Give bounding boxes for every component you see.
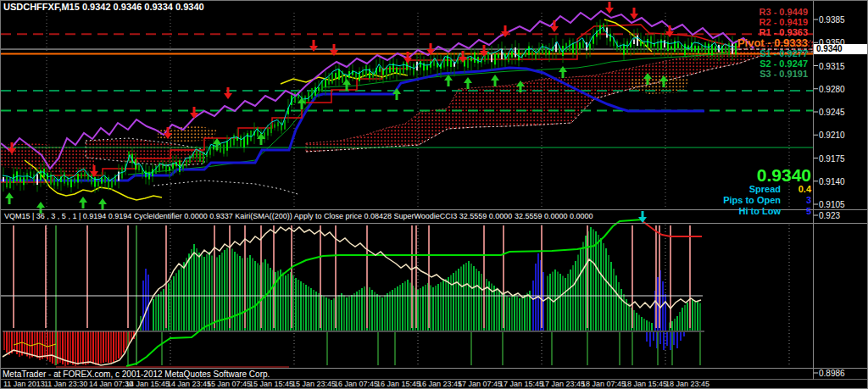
spread-value: 0.4 [781,184,811,195]
current-price-box: 0.9340 [814,44,868,54]
time-axis-label: 16 Jan 07:45 [334,380,378,388]
time-axis-label: 15 Jan 15:45 [249,380,293,388]
hi-to-low-row: Hi to Low 5 [723,206,811,217]
indicator-tick-label: 0.8986 [819,369,845,378]
time-axis-label: 17 Jan 23:45 [541,380,585,388]
pips-to-open-label: Pips to Open [723,195,781,206]
time-axis-label: 14 Jan 23:45 [167,380,211,388]
current-price: 0.9340 [723,166,811,184]
pivot-level-label: S2 - 0.9247 [737,58,808,69]
mt4-chart-window: USDCHFFXF,M15 0.9342 0.9346 0.9334 0.934… [0,0,868,389]
price-tick-label: 0.9105 [819,200,845,209]
pips-to-open-value: 3 [781,195,811,206]
indicator-tick-label: 0.923 [819,211,840,220]
price-tick-label: 0.9210 [819,131,845,140]
chart-title: USDCHFFXF,M15 0.9342 0.9346 0.9334 0.934… [3,2,204,12]
pivot-level-label: R2 - 0.9419 [737,17,808,27]
time-axis-label: 18 Jan 07:45 [581,380,626,388]
hi-to-low-label: Hi to Low [739,206,782,217]
time-axis-label: 11 Jan 23:30 [44,380,87,388]
time-axis-label: 11 Jan 2013 [3,380,45,388]
time-axis-label: 15 Jan 23:45 [292,380,336,388]
price-tick-label: 0.9280 [819,85,845,94]
status-bar: MetaTrader - at FOREX.com, c 2001-2012 M… [3,370,270,379]
time-axis-label: 14 Jan 15:45 [125,380,170,388]
spread-label: Spread [749,184,781,195]
price-tick-label: 0.9175 [819,154,845,164]
pivot-level-label: S1 - 0.9277 [737,48,808,58]
time-axis-label: 17 Jan 15:45 [499,380,543,388]
pivot-level-label: Pivot - 0.9333 [737,37,808,48]
time-axis-label: 16 Jan 15:45 [376,380,420,388]
time-axis-label: 17 Jan 07:45 [458,380,502,388]
indicator-header[interactable]: VQM15 | 36 , 3 , 5 , 1 | 0.9194 0.9194 C… [1,212,814,223]
pips-to-open-row: Pips to Open 3 [723,195,811,206]
time-axis-label: 18 Jan 15:45 [623,380,667,388]
pivot-level-label: S3 - 0.9191 [737,69,808,79]
price-tick-label: 0.9140 [819,177,845,186]
price-tick-label: 0.9245 [819,108,845,117]
quote-info-block: 0.9340 Spread 0.4 Pips to Open 3 Hi to L… [723,166,811,217]
spread-row: Spread 0.4 [723,184,811,195]
time-axis-label: 18 Jan 23:45 [665,380,709,388]
time-axis-label: 16 Jan 23:45 [418,380,462,388]
price-tick-label: 0.9385 [819,15,845,25]
hi-to-low-value: 5 [781,206,811,217]
pivot-level-label: R3 - 0.9449 [737,7,808,17]
price-tick-label: 0.9315 [819,62,845,71]
pivot-levels-block: R3 - 0.9449R2 - 0.9419R1 - 0.9363Pivot -… [737,7,808,79]
time-axis-label: 15 Jan 07:45 [207,380,251,388]
